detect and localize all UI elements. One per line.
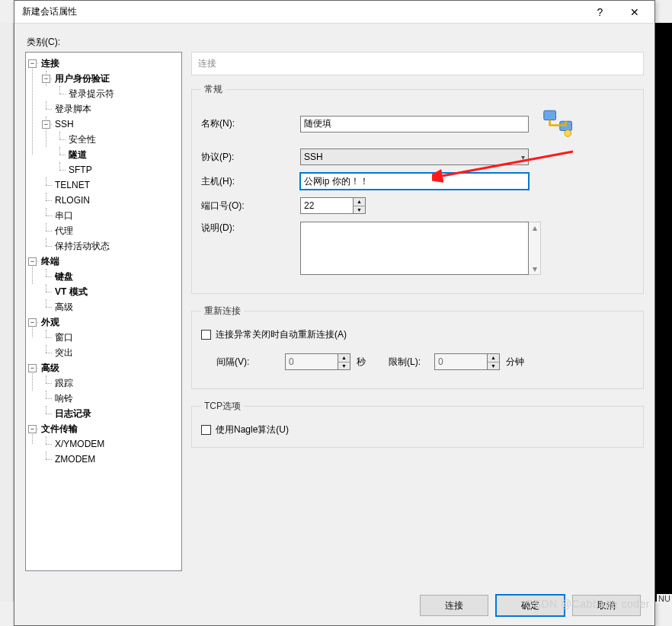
spin-up-icon: ▲ [488,354,499,363]
desc-label: 说明(D): [201,222,300,235]
interval-spinner: ▲▼ [285,353,350,370]
help-button[interactable]: ? [583,1,617,24]
tree-appearance[interactable]: −外观 窗口 突出 [26,315,181,360]
spin-up-icon: ▲ [338,354,350,363]
collapse-icon[interactable]: − [42,120,50,129]
tree-window[interactable]: 窗口 [40,330,181,345]
tree-vtmode[interactable]: VT 模式 [40,284,181,299]
host-label: 主机(H): [201,175,300,188]
tcp-group: TCP选项 使用Nagle算法(U) [191,400,644,448]
tree-bell[interactable]: 响铃 [40,391,181,406]
collapse-icon[interactable]: − [28,318,37,327]
description-input[interactable] [300,222,529,275]
protocol-value: SSH [304,152,323,162]
spin-down-icon: ▼ [338,363,350,370]
host-input[interactable] [300,173,529,190]
tree-proxy[interactable]: 代理 [40,223,181,238]
tree-term-advanced[interactable]: 高级 [40,299,181,315]
reconnect-checkbox-label: 连接异常关闭时自动重新连接(A) [216,328,347,341]
name-input[interactable] [300,116,529,133]
port-input[interactable] [300,197,354,214]
tree-security[interactable]: 安全性 [53,132,181,147]
app-background-right [655,23,672,602]
svg-rect-0 [544,110,556,120]
category-label: 类别(C): [27,36,644,49]
general-legend: 常规 [201,83,226,96]
collapse-icon[interactable]: − [28,364,37,372]
tree-keepalive[interactable]: 保持活动状态 [40,238,181,254]
tree-serial[interactable]: 串口 [40,208,181,223]
tree-trace[interactable]: 跟踪 [40,375,181,391]
network-icon [542,107,574,141]
tree-login-script[interactable]: 登录脚本 [40,101,181,117]
port-label: 端口号(O): [201,200,300,212]
tree-tunnel[interactable]: 隧道 [53,147,181,162]
svg-point-2 [565,130,571,137]
tree-keyboard[interactable]: 键盘 [40,269,181,284]
spin-up-icon[interactable]: ▲ [354,198,365,206]
general-group: 常规 名称(N): 协议(P): SSH [191,83,644,294]
limit-input [434,353,488,370]
spin-down-icon: ▼ [488,363,499,370]
tree-zmodem[interactable]: ZMODEM [40,452,181,467]
close-button[interactable]: ✕ [617,1,651,24]
minutes-label: 分钟 [506,356,524,369]
tree-rlogin[interactable]: RLOGIN [40,193,181,208]
watermark-text: CSDN @Cabbage coder [526,598,650,610]
window-title: 新建会话属性 [22,5,583,18]
protocol-select[interactable]: SSH ▾ [300,149,529,165]
tree-ssh[interactable]: −SSH 安全性 隧道 SFTP [40,117,181,177]
tree-logging[interactable]: 日志记录 [40,406,181,421]
dialog-new-session: 新建会话属性 ? ✕ 类别(C): −连接 −用户身份验证 登录提示符 登录脚本… [14,0,655,626]
textarea-scrollbar[interactable]: ▴▾ [529,222,541,275]
port-spinner[interactable]: ▲▼ [300,197,366,214]
titlebar: 新建会话属性 ? ✕ [14,1,654,24]
collapse-icon[interactable]: − [28,425,37,433]
category-tree[interactable]: −连接 −用户身份验证 登录提示符 登录脚本 −SSH 安全性 隧道 SFTP [25,52,182,571]
tree-xymodem[interactable]: X/YMODEM [40,436,181,452]
tree-connection[interactable]: −连接 −用户身份验证 登录提示符 登录脚本 −SSH 安全性 隧道 SFTP [26,56,181,254]
tree-auth[interactable]: −用户身份验证 登录提示符 [40,71,181,101]
seconds-label: 秒 [357,356,366,369]
interval-label: 间隔(V): [216,356,285,369]
reconnect-legend: 重新连接 [201,305,244,318]
tcp-legend: TCP选项 [201,400,244,413]
name-label: 名称(N): [201,117,300,130]
collapse-icon[interactable]: − [28,257,37,266]
limit-label: 限制(L): [389,356,434,369]
tree-sftp[interactable]: SFTP [53,162,181,177]
settings-panel: 连接 常规 名称(N): 协议(P): [182,52,644,571]
tree-terminal[interactable]: −终端 键盘 VT 模式 高级 [26,254,181,315]
limit-spinner: ▲▼ [434,353,500,370]
protocol-label: 协议(P): [201,151,300,164]
corner-text: NU [657,594,672,603]
collapse-icon[interactable]: − [42,75,50,83]
app-background-left [0,23,14,602]
interval-input [285,353,338,370]
panel-header: 连接 [191,52,644,75]
tree-filetransfer[interactable]: −文件传输 X/YMODEM ZMODEM [26,421,181,467]
spin-down-icon[interactable]: ▼ [354,206,365,214]
nagle-checkbox[interactable] [201,425,211,435]
tree-login-prompt[interactable]: 登录提示符 [53,86,181,101]
collapse-icon[interactable]: − [28,59,37,68]
nagle-checkbox-label: 使用Nagle算法(U) [216,423,289,436]
chevron-down-icon: ▾ [521,153,525,161]
tree-highlight[interactable]: 突出 [40,345,181,360]
connect-button[interactable]: 连接 [420,595,488,616]
tree-telnet[interactable]: TELNET [40,177,181,193]
reconnect-checkbox[interactable] [201,330,211,340]
tree-advanced[interactable]: −高级 跟踪 响铃 日志记录 [26,360,181,421]
reconnect-group: 重新连接 连接异常关闭时自动重新连接(A) 间隔(V): ▲▼ 秒 限制(L): [191,305,644,389]
